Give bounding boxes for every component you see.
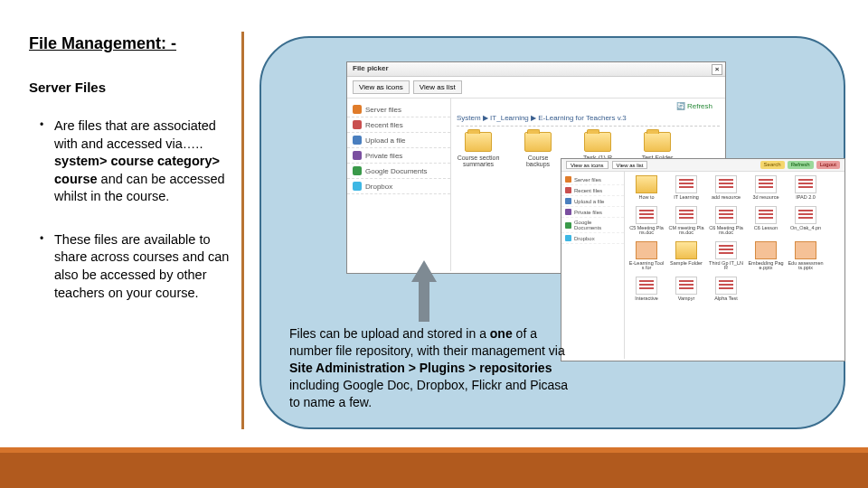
refresh-link[interactable]: 🔄 Refresh (457, 102, 720, 110)
fp1-sidebar: Server filesRecent filesUpload a filePri… (347, 99, 451, 271)
file-icon (715, 277, 737, 295)
repo-icon (353, 136, 362, 145)
sidebar-item[interactable]: Private files (347, 148, 450, 164)
file-icon (715, 175, 737, 193)
folder-icon (524, 132, 552, 152)
window-titlebar: File picker × (347, 62, 725, 77)
sidebar-item[interactable]: Recent files (561, 185, 624, 196)
view-list-button[interactable]: View as list (413, 80, 462, 94)
fp2-sidebar: Server filesRecent filesUpload a filePri… (561, 172, 625, 359)
footer-bar (0, 447, 868, 488)
file-item[interactable]: Vampyr (668, 277, 704, 302)
file-item[interactable]: C5 Meeting Plans.doc (628, 206, 665, 236)
window-title: File picker (353, 64, 389, 72)
sidebar-item[interactable]: Recent files (347, 117, 450, 133)
file-icon (675, 277, 697, 295)
file-grid: How toIT Learningadd resource3d resource… (628, 175, 841, 301)
file-icon (795, 206, 816, 224)
fp1-toolbar: View as icons View as list (347, 77, 725, 99)
repo-icon (565, 209, 571, 215)
file-item[interactable]: Sample Folder (668, 241, 704, 271)
slide-subtitle: Server Files (29, 80, 106, 95)
repo-icon (565, 187, 571, 193)
file-item[interactable]: Alpha Test (708, 277, 744, 302)
file-icon (636, 175, 657, 193)
file-icon (636, 206, 657, 224)
view-icons-button[interactable]: View as icons (566, 161, 609, 169)
file-icon (755, 175, 777, 193)
file-item[interactable]: Embedding Page.pptx (748, 241, 784, 271)
file-item[interactable]: IT Learning (668, 175, 704, 201)
file-item[interactable]: C6 Meeting Plans.doc (708, 206, 744, 236)
file-item[interactable]: How to (628, 175, 665, 201)
search-button[interactable]: Search (760, 161, 785, 169)
sidebar-item[interactable]: Google Documents (347, 164, 450, 179)
file-item[interactable]: Edu assessments.pptx (788, 241, 824, 271)
repo-icon (565, 198, 571, 204)
breadcrumb[interactable]: System ▶ IT_Learning ▶ E-Learning for Te… (457, 114, 720, 127)
repo-icon (565, 222, 571, 229)
arrow-icon (411, 260, 437, 322)
folder-item[interactable]: Course section summaries (457, 132, 500, 167)
repo-icon (353, 182, 362, 191)
sidebar-item[interactable]: Server files (561, 174, 624, 185)
sidebar-item[interactable]: Dropbox (561, 233, 624, 244)
fp2-toolbar: View as icons View as list Search Refres… (561, 159, 844, 172)
file-item[interactable]: Interactive (628, 277, 665, 302)
file-item[interactable]: On_Oak_4.pn (788, 206, 824, 236)
file-item[interactable]: IPAD 2.0 (788, 175, 824, 201)
file-icon (795, 241, 816, 259)
file-item[interactable]: 3d resource (748, 175, 784, 201)
bullet-2: These files are available to share acros… (29, 231, 237, 302)
sidebar-item[interactable]: Upload a file (347, 133, 450, 148)
sidebar-item[interactable]: Private files (561, 207, 624, 218)
repo-icon (353, 105, 362, 114)
close-icon[interactable]: × (712, 64, 722, 75)
folder-icon (644, 132, 671, 152)
file-picker-window-2: View as icons View as list Search Refres… (561, 158, 845, 361)
logout-button[interactable]: Logout (816, 161, 840, 169)
slide-title: File Management: - (29, 34, 176, 53)
vertical-divider (241, 32, 244, 429)
repo-icon (353, 120, 362, 129)
file-icon (675, 206, 697, 224)
file-icon (636, 241, 657, 259)
repo-icon (353, 151, 362, 160)
file-icon (675, 175, 697, 193)
body-text: Are files that are associated with and a… (29, 117, 237, 327)
sidebar-item[interactable]: Dropbox (347, 179, 450, 194)
file-icon (675, 241, 697, 259)
bullet-1: Are files that are associated with and a… (29, 117, 237, 206)
repo-icon (565, 235, 571, 241)
repo-icon (353, 166, 362, 175)
caption-text: Files can be upload and stored in a one … (289, 325, 570, 410)
file-item[interactable]: CM meeting Plans.doc (668, 206, 704, 236)
file-icon (715, 241, 737, 259)
sidebar-item[interactable]: Upload a file (561, 196, 624, 207)
refresh-button[interactable]: Refresh (788, 161, 814, 169)
file-icon (755, 206, 777, 224)
folder-icon (465, 132, 492, 152)
folder-item[interactable]: Course backups (516, 132, 560, 167)
view-list-button[interactable]: View as list (612, 161, 648, 169)
sidebar-item[interactable]: Server files (347, 102, 450, 117)
folder-icon (584, 132, 611, 152)
repo-icon (565, 176, 571, 183)
file-icon (755, 241, 777, 259)
file-icon (795, 175, 816, 193)
file-item[interactable]: C6 Lesson (748, 206, 784, 236)
file-item[interactable]: Third Gp IT_LNR (708, 241, 744, 271)
file-icon (715, 206, 737, 224)
sidebar-item[interactable]: Google Documents (561, 218, 624, 233)
file-item[interactable]: add resource (708, 175, 744, 201)
file-icon (636, 277, 657, 295)
file-item[interactable]: E-Learning Tools for (628, 241, 665, 271)
view-icons-button[interactable]: View as icons (353, 80, 410, 94)
